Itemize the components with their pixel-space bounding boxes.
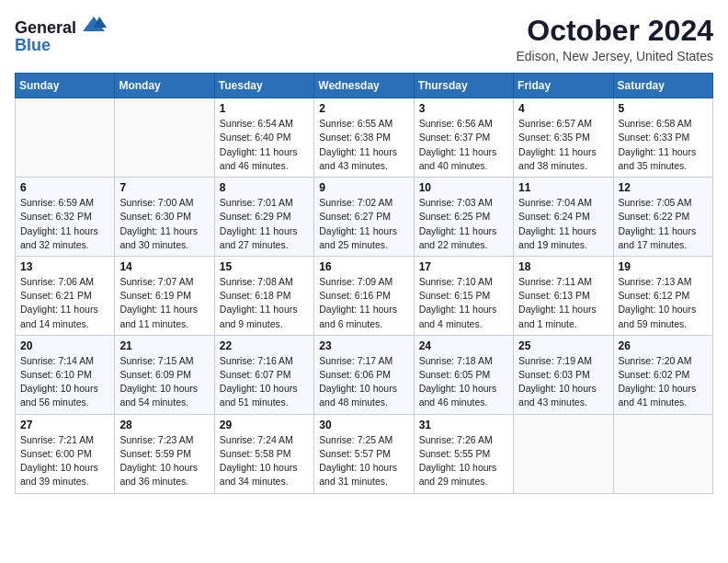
day-number: 25 <box>518 339 608 352</box>
day-detail: Sunrise: 7:09 AMSunset: 6:16 PMDaylight:… <box>319 275 408 331</box>
day-detail: Sunrise: 7:01 AMSunset: 6:29 PMDaylight:… <box>220 196 309 252</box>
day-cell: 13Sunrise: 7:06 AMSunset: 6:21 PMDayligh… <box>16 256 115 335</box>
day-number: 12 <box>619 181 708 194</box>
day-cell: 16Sunrise: 7:09 AMSunset: 6:16 PMDayligh… <box>314 256 414 335</box>
day-detail: Sunrise: 7:02 AMSunset: 6:27 PMDaylight:… <box>319 196 408 252</box>
day-number: 15 <box>220 260 309 273</box>
calendar-header: SundayMondayTuesdayWednesdayThursdayFrid… <box>16 74 713 98</box>
day-number: 7 <box>119 181 209 194</box>
day-detail: Sunrise: 6:55 AMSunset: 6:38 PMDaylight:… <box>319 117 408 173</box>
week-row-5: 27Sunrise: 7:21 AMSunset: 6:00 PMDayligh… <box>16 414 713 493</box>
day-number: 4 <box>518 102 608 115</box>
day-cell: 11Sunrise: 7:04 AMSunset: 6:24 PMDayligh… <box>514 178 613 257</box>
header-row: SundayMondayTuesdayWednesdayThursdayFrid… <box>16 74 713 98</box>
day-detail: Sunrise: 7:10 AMSunset: 6:15 PMDaylight:… <box>419 275 508 331</box>
logo-icon <box>81 15 107 33</box>
header: General Blue October 2024 Edison, New Je… <box>15 15 713 63</box>
day-cell: 25Sunrise: 7:19 AMSunset: 6:03 PMDayligh… <box>514 335 613 414</box>
day-detail: Sunrise: 6:58 AMSunset: 6:33 PMDaylight:… <box>619 117 708 173</box>
logo-general-text: General <box>15 18 76 37</box>
header-cell-friday: Friday <box>514 74 613 98</box>
calendar-table: SundayMondayTuesdayWednesdayThursdayFrid… <box>15 73 713 493</box>
day-number: 30 <box>319 419 408 431</box>
day-number: 21 <box>119 339 209 352</box>
location-title: Edison, New Jersey, United States <box>516 49 713 63</box>
day-cell: 7Sunrise: 7:00 AMSunset: 6:30 PMDaylight… <box>115 178 214 257</box>
day-detail: Sunrise: 7:25 AMSunset: 5:57 PMDaylight:… <box>319 433 408 489</box>
day-detail: Sunrise: 7:21 AMSunset: 6:00 PMDaylight:… <box>20 433 109 489</box>
day-cell: 28Sunrise: 7:23 AMSunset: 5:59 PMDayligh… <box>115 414 214 493</box>
day-cell <box>613 414 712 493</box>
day-detail: Sunrise: 7:18 AMSunset: 6:05 PMDaylight:… <box>419 354 508 410</box>
day-cell: 6Sunrise: 6:59 AMSunset: 6:32 PMDaylight… <box>16 178 115 257</box>
day-cell <box>115 98 214 178</box>
day-cell <box>514 414 613 493</box>
day-cell: 17Sunrise: 7:10 AMSunset: 6:15 PMDayligh… <box>414 256 513 335</box>
day-number: 3 <box>419 102 508 115</box>
day-cell: 10Sunrise: 7:03 AMSunset: 6:25 PMDayligh… <box>414 178 513 257</box>
logo-blue-text: Blue <box>15 37 51 53</box>
day-detail: Sunrise: 7:19 AMSunset: 6:03 PMDaylight:… <box>518 354 608 410</box>
week-row-1: 1Sunrise: 6:54 AMSunset: 6:40 PMDaylight… <box>16 98 713 178</box>
day-number: 11 <box>518 181 608 194</box>
day-detail: Sunrise: 7:15 AMSunset: 6:09 PMDaylight:… <box>119 354 209 410</box>
day-number: 20 <box>20 339 109 352</box>
day-detail: Sunrise: 6:57 AMSunset: 6:35 PMDaylight:… <box>518 117 608 173</box>
header-cell-monday: Monday <box>115 74 214 98</box>
day-detail: Sunrise: 7:00 AMSunset: 6:30 PMDaylight:… <box>119 196 209 252</box>
day-cell: 4Sunrise: 6:57 AMSunset: 6:35 PMDaylight… <box>514 98 613 178</box>
day-detail: Sunrise: 7:26 AMSunset: 5:55 PMDaylight:… <box>419 433 508 489</box>
header-cell-saturday: Saturday <box>613 74 712 98</box>
month-title: October 2024 <box>516 15 713 47</box>
day-detail: Sunrise: 7:11 AMSunset: 6:13 PMDaylight:… <box>518 275 608 331</box>
day-detail: Sunrise: 7:13 AMSunset: 6:12 PMDaylight:… <box>619 275 708 331</box>
day-cell: 5Sunrise: 6:58 AMSunset: 6:33 PMDaylight… <box>613 98 712 178</box>
title-area: October 2024 Edison, New Jersey, United … <box>516 15 713 63</box>
day-cell: 14Sunrise: 7:07 AMSunset: 6:19 PMDayligh… <box>115 256 214 335</box>
day-detail: Sunrise: 7:03 AMSunset: 6:25 PMDaylight:… <box>419 196 508 252</box>
day-detail: Sunrise: 7:20 AMSunset: 6:02 PMDaylight:… <box>619 354 708 410</box>
day-number: 1 <box>220 102 309 115</box>
day-cell: 2Sunrise: 6:55 AMSunset: 6:38 PMDaylight… <box>314 98 414 178</box>
day-detail: Sunrise: 7:06 AMSunset: 6:21 PMDaylight:… <box>20 275 109 331</box>
day-detail: Sunrise: 7:08 AMSunset: 6:18 PMDaylight:… <box>220 275 309 331</box>
day-number: 22 <box>220 339 309 352</box>
day-detail: Sunrise: 6:59 AMSunset: 6:32 PMDaylight:… <box>20 196 109 252</box>
day-number: 6 <box>20 181 109 194</box>
week-row-2: 6Sunrise: 6:59 AMSunset: 6:32 PMDaylight… <box>16 178 713 257</box>
day-cell: 22Sunrise: 7:16 AMSunset: 6:07 PMDayligh… <box>214 335 313 414</box>
day-number: 19 <box>619 260 708 273</box>
day-cell: 12Sunrise: 7:05 AMSunset: 6:22 PMDayligh… <box>613 178 712 257</box>
day-number: 24 <box>419 339 508 352</box>
day-number: 27 <box>20 419 109 431</box>
day-cell <box>16 98 115 178</box>
day-number: 2 <box>319 102 408 115</box>
day-number: 31 <box>419 419 508 431</box>
day-detail: Sunrise: 7:07 AMSunset: 6:19 PMDaylight:… <box>119 275 209 331</box>
day-number: 5 <box>619 102 708 115</box>
day-cell: 29Sunrise: 7:24 AMSunset: 5:58 PMDayligh… <box>214 414 313 493</box>
day-cell: 3Sunrise: 6:56 AMSunset: 6:37 PMDaylight… <box>414 98 513 178</box>
day-detail: Sunrise: 7:24 AMSunset: 5:58 PMDaylight:… <box>220 433 309 489</box>
day-detail: Sunrise: 6:54 AMSunset: 6:40 PMDaylight:… <box>220 117 309 173</box>
day-number: 9 <box>319 181 408 194</box>
day-detail: Sunrise: 7:04 AMSunset: 6:24 PMDaylight:… <box>518 196 608 252</box>
logo: General Blue <box>15 15 107 53</box>
header-cell-tuesday: Tuesday <box>214 74 313 98</box>
day-detail: Sunrise: 7:05 AMSunset: 6:22 PMDaylight:… <box>619 196 708 252</box>
day-number: 13 <box>20 260 109 273</box>
day-cell: 27Sunrise: 7:21 AMSunset: 6:00 PMDayligh… <box>16 414 115 493</box>
day-number: 8 <box>220 181 309 194</box>
day-cell: 23Sunrise: 7:17 AMSunset: 6:06 PMDayligh… <box>314 335 414 414</box>
day-number: 29 <box>220 419 309 431</box>
day-number: 16 <box>319 260 408 273</box>
day-cell: 8Sunrise: 7:01 AMSunset: 6:29 PMDaylight… <box>214 178 313 257</box>
day-number: 26 <box>619 339 708 352</box>
header-cell-thursday: Thursday <box>414 74 513 98</box>
day-cell: 19Sunrise: 7:13 AMSunset: 6:12 PMDayligh… <box>613 256 712 335</box>
day-cell: 9Sunrise: 7:02 AMSunset: 6:27 PMDaylight… <box>314 178 414 257</box>
day-cell: 1Sunrise: 6:54 AMSunset: 6:40 PMDaylight… <box>214 98 313 178</box>
day-number: 23 <box>319 339 408 352</box>
week-row-4: 20Sunrise: 7:14 AMSunset: 6:10 PMDayligh… <box>16 335 713 414</box>
calendar-body: 1Sunrise: 6:54 AMSunset: 6:40 PMDaylight… <box>16 98 713 493</box>
